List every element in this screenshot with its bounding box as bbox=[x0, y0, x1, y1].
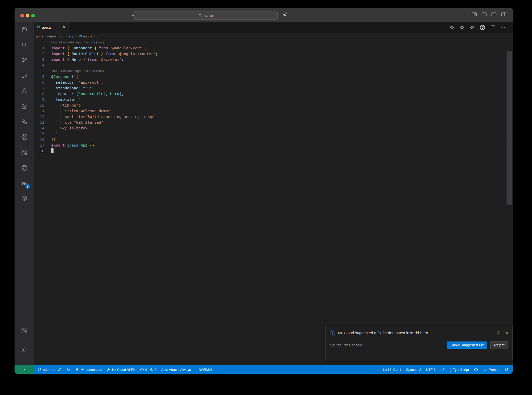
chevron-right-icon: › bbox=[93, 34, 95, 38]
edge-browser-icon[interactable] bbox=[15, 162, 34, 174]
notifications-status[interactable] bbox=[504, 367, 509, 372]
references-icon[interactable] bbox=[15, 116, 34, 128]
code-line[interactable]: 2import { RouterOutlet } from '@angular/… bbox=[34, 51, 513, 57]
code-lines: You, 24 minutes ago | 1 author (You)1imp… bbox=[34, 40, 513, 154]
nx-cloud-fix-status[interactable]: Nx Cloud AI Fix bbox=[107, 368, 135, 372]
code-line[interactable]: 9 template: ` bbox=[34, 97, 513, 102]
eol-status[interactable]: LF bbox=[441, 368, 444, 372]
code-line[interactable]: 14 ></lib-hero> bbox=[34, 125, 513, 131]
copilot-icon bbox=[283, 12, 288, 17]
command-center-search[interactable]: acme bbox=[134, 11, 278, 20]
vscode-window: ← → acme ⌄ bbox=[15, 8, 513, 374]
show-suggested-fix-button[interactable]: Show Suggested Fix bbox=[447, 341, 487, 349]
encoding-status[interactable]: UTF-8 bbox=[426, 368, 436, 372]
formatter-status[interactable]: Prettier bbox=[483, 367, 500, 372]
breadcrumb-item[interactable]: app.ts bbox=[83, 34, 92, 38]
indent-guide bbox=[60, 108, 61, 125]
settings-gear-icon[interactable] bbox=[15, 344, 34, 356]
code-line[interactable]: 8 imports: [RouterOutlet, Hero], bbox=[34, 91, 513, 97]
code-line[interactable]: 17export class App {} bbox=[34, 142, 513, 148]
split-editor-icon[interactable] bbox=[490, 25, 495, 30]
breadcrumb-item[interactable]: src bbox=[60, 34, 64, 38]
explorer-icon[interactable] bbox=[15, 24, 34, 35]
code-line[interactable]: 11 title="Welcmoe demo" bbox=[34, 108, 513, 114]
extensions-icon[interactable] bbox=[15, 101, 34, 112]
breadcrumb-item[interactable]: demo bbox=[47, 34, 56, 38]
more-actions-icon[interactable]: ··· bbox=[501, 25, 506, 30]
code-line[interactable]: 7 standalone: true, bbox=[34, 85, 513, 91]
git-compare-status[interactable] bbox=[66, 368, 70, 372]
line-number: 3 bbox=[34, 57, 44, 62]
code-line[interactable]: 6 selector: 'app-root', bbox=[34, 80, 513, 85]
link-icon bbox=[80, 368, 84, 372]
code-line[interactable]: 4 bbox=[34, 62, 513, 68]
minimize-window-button[interactable] bbox=[26, 14, 29, 17]
git-branch-status[interactable]: add-hero bbox=[38, 367, 62, 372]
toggle-panel-icon[interactable] bbox=[491, 12, 497, 17]
nx-inspect-icon[interactable] bbox=[15, 147, 34, 158]
copilot-menu[interactable]: ⌄ bbox=[283, 12, 291, 17]
git-branch-icon bbox=[38, 368, 42, 372]
maximize-window-button[interactable] bbox=[31, 14, 35, 17]
tab-strip: TS app.ts ✕ bbox=[34, 22, 513, 33]
remote-indicator[interactable]: >< bbox=[15, 365, 34, 374]
container-icon[interactable] bbox=[15, 193, 34, 204]
close-window-button[interactable] bbox=[20, 14, 24, 17]
overview-ruler-cursor-marker bbox=[507, 144, 512, 144]
breadcrumb-item[interactable]: ... bbox=[96, 34, 99, 38]
code-line[interactable]: 5@Component({ bbox=[34, 74, 513, 80]
nx-run-target-icon[interactable] bbox=[480, 25, 485, 30]
account-icon[interactable] bbox=[15, 325, 34, 336]
blame-annotation[interactable]: You, 24 minutes ago | 1 author (You) bbox=[51, 68, 513, 74]
blame-annotation[interactable]: You, 24 minutes ago | 1 author (You) bbox=[51, 40, 513, 45]
tab-label: app.ts bbox=[42, 25, 51, 29]
line-number: 2 bbox=[34, 51, 44, 57]
auto-attach-status[interactable]: Auto Attach: Always bbox=[161, 368, 191, 372]
previous-change-icon[interactable] bbox=[449, 25, 454, 30]
line-number: 16 bbox=[34, 137, 44, 142]
bell-dot-icon bbox=[504, 367, 509, 372]
language-status[interactable]: {} TypeScript bbox=[449, 368, 469, 372]
code-editor[interactable]: You, 24 minutes ago | 1 author (You)1imp… bbox=[34, 40, 513, 365]
testing-icon[interactable] bbox=[15, 85, 34, 97]
chevron-right-icon: › bbox=[44, 34, 46, 38]
close-tab-icon[interactable]: ✕ bbox=[62, 25, 66, 30]
run-debug-icon[interactable] bbox=[15, 70, 34, 81]
code-line[interactable]: 13 cta="Get Started" bbox=[34, 120, 513, 125]
indentation-status[interactable]: Spaces: 2 bbox=[406, 368, 421, 372]
line-number: 5 bbox=[34, 74, 44, 80]
code-line[interactable]: 1import { Component } from '@angular/cor… bbox=[34, 45, 513, 51]
reject-button[interactable]: Reject bbox=[490, 341, 508, 349]
cursor-position-status[interactable]: Ln 18, Col 1 bbox=[383, 368, 401, 372]
problems-status[interactable]: 0 0 bbox=[140, 368, 156, 372]
source-control-icon[interactable] bbox=[15, 54, 34, 66]
change-icon[interactable] bbox=[460, 25, 464, 30]
code-line[interactable]: 18 bbox=[34, 148, 513, 154]
launchpad-status[interactable]: Launchpad bbox=[75, 368, 102, 372]
typescript-file-icon: TS bbox=[37, 26, 40, 29]
breadcrumb-item[interactable]: apps bbox=[36, 34, 43, 38]
code-line[interactable]: 12 subtitle="Build something amazing tod… bbox=[34, 114, 513, 120]
nx-project-graph-icon[interactable] bbox=[15, 131, 34, 143]
toggle-primary-sidebar-icon[interactable] bbox=[481, 12, 487, 17]
next-change-icon[interactable] bbox=[470, 25, 475, 30]
search-icon[interactable] bbox=[15, 39, 34, 51]
vertical-scrollbar[interactable] bbox=[507, 51, 512, 205]
editor-actions: ··· bbox=[449, 22, 506, 33]
close-icon[interactable]: × bbox=[505, 331, 508, 335]
code-line[interactable]: 15 `, bbox=[34, 131, 513, 137]
line-number: 18 bbox=[34, 148, 44, 154]
tab-app-ts[interactable]: TS app.ts ✕ bbox=[34, 22, 69, 33]
customize-layout-icon[interactable] bbox=[471, 12, 477, 17]
line-number: 15 bbox=[34, 131, 44, 137]
code-line[interactable]: 10 <lib-hero bbox=[34, 102, 513, 108]
copilot-status[interactable] bbox=[474, 367, 478, 372]
toggle-secondary-sidebar-icon[interactable] bbox=[501, 12, 507, 17]
nx-console-icon[interactable]: N» 3 bbox=[15, 178, 34, 189]
code-line[interactable]: 3import { Hero } from '@acme/ui'; bbox=[34, 57, 513, 62]
notification-settings-gear-icon[interactable] bbox=[496, 331, 501, 335]
breadcrumb-item[interactable]: app bbox=[69, 34, 74, 38]
code-line[interactable]: 16}) bbox=[34, 137, 513, 142]
double-check-icon bbox=[483, 367, 487, 372]
vim-mode-status[interactable]: -- NORMAL -- bbox=[196, 368, 216, 372]
